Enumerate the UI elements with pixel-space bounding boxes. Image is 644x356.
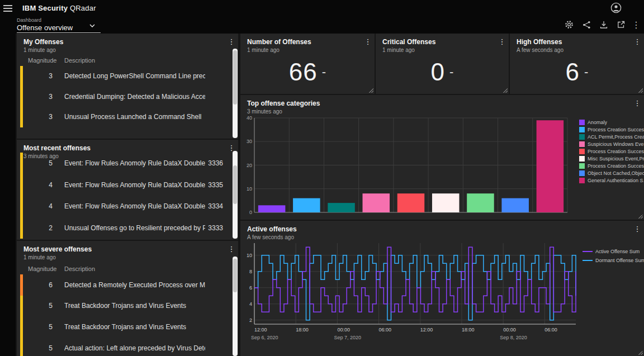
column-magnitude: Magnitude [28,57,56,64]
high-offenses-card: High Offenses A few seconds ago ⋮ 6- [510,34,644,94]
bar-3[interactable] [328,203,355,212]
resize-handle[interactable] [638,214,643,219]
x-tick-label: 18:00 [462,327,475,333]
y-tick-label: 2 [249,317,252,323]
bar-8[interactable] [501,198,529,212]
legend-label: Suspicious Windows Events,I... [588,141,644,147]
kpi-value: 66 [289,58,318,86]
legend-item[interactable]: Active Offense Sum [583,248,644,255]
overflow-menu-button[interactable]: ⋮ [363,37,372,47]
legend-item[interactable]: Suspicious Windows Events,I... [579,140,644,148]
most-severe-offenses-panel: Most severe offenses 1 minute ago ⋮ Magn… [17,241,238,356]
y-tick-label: 6 [249,285,252,291]
share-icon[interactable] [581,19,592,30]
overflow-menu-button[interactable]: ⋮ [498,37,506,47]
launch-icon[interactable] [615,19,627,30]
offense-row[interactable]: 2Unusual Offenses go to Resilient preced… [17,217,229,239]
legend-item[interactable]: Dormant Offense Sum [583,257,644,264]
legend-swatch [579,134,585,140]
bar-4[interactable] [363,193,390,212]
offense-row[interactable]: 5Treat Backdoor Trojans and Virus Events [17,296,229,317]
scrollbar-thumb[interactable] [233,50,237,105]
resize-handle[interactable] [503,88,508,93]
kpi-trend-dash: - [322,65,326,79]
legend-line-swatch [583,260,593,261]
description-cell: Actual action: Left alone preceded by Vi… [64,344,205,352]
legend-label: Misc Suspicious Event,Proce... [588,156,644,162]
settings-gear-icon[interactable] [564,19,575,30]
legend-swatch [579,149,585,154]
legend-item[interactable]: Anomaly [579,118,644,126]
series-active-offense-sum [254,247,576,312]
legend-swatch [579,178,585,183]
offense-row[interactable]: 3Credential Dumping: Detected a Maliciou… [17,87,229,107]
y-tick-label: 30 [247,139,252,144]
legend-item[interactable]: General Authentication Succ... [579,177,644,184]
legend-swatch [579,127,585,132]
y-tick-label: 4 [249,301,252,307]
bar-5[interactable] [397,193,425,212]
legend-item[interactable]: Misc Suspicious Event,Proce... [579,155,644,162]
legend-item[interactable]: Process Creation Success,Us... [579,162,644,169]
offense-row[interactable]: 4Event: Flow Rules Anomoly Rule DataX Do… [17,196,229,217]
panel-updated: 1 minute ago [23,47,56,53]
dashboard-select[interactable]: Dashboard Offense overview [17,17,101,33]
resize-handle[interactable] [369,88,373,93]
legend-label: Dormant Offense Sum [595,258,644,263]
panel-title: My Offenses [23,38,63,46]
offense-row[interactable]: 5Event: Flow Rules Anomoly Rule DataX Do… [17,153,229,174]
panel-title: Most recent offenses [23,144,91,152]
offense-row[interactable]: 3Unusual Process Launched a Command Shel… [17,107,229,127]
resize-handle[interactable] [638,88,643,93]
number-of-offenses-card: Number of Offenses 1 minute ago ⋮ 66- [240,34,375,94]
legend-item[interactable]: Process Creation Success,Us... [579,148,644,155]
overflow-menu-button[interactable]: ⋮ [227,244,236,254]
magnitude-accent-bar [20,296,23,317]
kpi-updated: 1 minute ago [382,47,415,53]
scrollbar-thumb[interactable] [233,165,237,204]
kpi-trend-dash: - [584,65,588,79]
scrollbar-thumb[interactable] [233,259,237,292]
offense-row[interactable]: 6Detected a Remotely Executed Process ov… [17,274,229,296]
legend-swatch [579,156,585,162]
left-nav-rail [0,0,16,356]
hamburger-menu-icon[interactable] [3,5,12,12]
legend-item[interactable]: Process Creation Success,Us... [579,126,644,133]
description-cell: Treat Backdoor Trojans and Virus Events [64,302,186,310]
magnitude-accent-bar [20,174,23,196]
magnitude-accent-bar [20,196,23,217]
legend-item[interactable]: Object Not Cached,Object Ca... [579,169,644,177]
magnitude-accent-bar [20,107,23,127]
legend-item[interactable]: ACL Permit,Process Creation... [579,133,644,140]
legend-label: Anomaly [588,120,607,125]
description-cell: Event: Flow Rules Anomoly Rule DataX Dou… [64,181,205,189]
bar-9[interactable] [537,120,564,212]
offense-row[interactable]: 5Treat Backdoor Trojans and Virus Events [17,316,229,338]
resize-handle[interactable] [638,350,643,355]
bar-6[interactable] [432,193,460,212]
bar-2[interactable] [293,198,320,212]
scrollbar[interactable] [233,257,238,356]
user-avatar-button[interactable] [610,2,622,13]
offense-row[interactable]: 5Actual action: Left alone preceded by V… [17,338,229,356]
overflow-menu-button[interactable]: ⋮ [227,37,236,47]
y-tick-label: 20 [247,163,252,168]
kpi-value: 6 [566,58,580,86]
x-tick-label: 06:00 [379,327,392,333]
offense-id-cell: 3334 [208,202,229,210]
scrollbar[interactable] [233,49,238,138]
legend-swatch [579,170,585,176]
download-icon[interactable] [598,19,609,30]
overflow-menu-icon[interactable]: ⋮ [633,19,640,30]
qradar-dashboard: IBM Security QRadar Dashboard Offense ov… [0,0,644,356]
y-tick-label: 0 [249,210,252,215]
bar-1[interactable] [258,205,286,212]
scrollbar[interactable] [233,151,238,239]
legend-swatch [579,120,585,125]
bar-7[interactable] [467,193,494,212]
offense-row[interactable]: 3Detected Long PowerShell Command Line p… [17,66,229,87]
description-cell: Unusual Process Launched a Command Shell [64,113,201,121]
x-date-label: Sep 6, 2020 [251,335,278,340]
offense-row[interactable]: 4Event: Flow Rules Anomoly Rule DataX Do… [17,174,229,196]
overflow-menu-button[interactable]: ⋮ [633,37,642,47]
